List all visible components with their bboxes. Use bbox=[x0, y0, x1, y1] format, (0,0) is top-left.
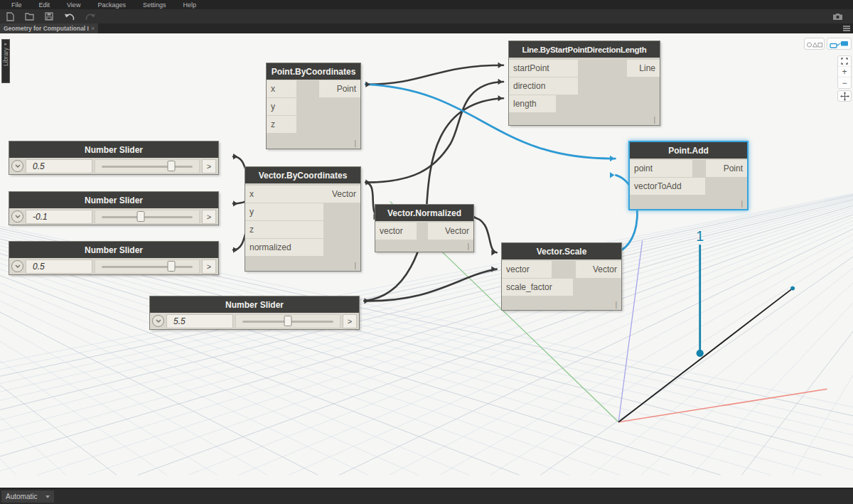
slider-handle[interactable] bbox=[167, 161, 175, 171]
node-title: Vector.ByCoordinates bbox=[245, 167, 360, 183]
node-title: Vector.Scale bbox=[502, 243, 621, 259]
node-point-bycoordinates[interactable]: Point.ByCoordinates x y z Point | bbox=[266, 63, 361, 149]
menu-item-view[interactable]: View bbox=[58, 1, 89, 9]
preview-endpoint bbox=[790, 286, 795, 291]
slider-handle[interactable] bbox=[137, 211, 145, 222]
preview-caret[interactable]: | bbox=[615, 301, 617, 309]
node-number-slider-x[interactable]: Number Slider 0.5 > bbox=[9, 141, 219, 175]
input-port-point[interactable]: point bbox=[630, 160, 692, 177]
input-port-x[interactable]: x bbox=[267, 80, 296, 97]
output-port-line[interactable]: Line bbox=[627, 60, 660, 77]
input-port-vector[interactable]: vector bbox=[502, 261, 552, 278]
save-icon[interactable] bbox=[45, 12, 53, 21]
slider-value-field[interactable]: 5.5 bbox=[166, 314, 233, 328]
node-number-slider-length[interactable]: Number Slider 5.5 > bbox=[149, 296, 360, 330]
geometry-view-button[interactable] bbox=[804, 38, 825, 50]
tab-list-icon[interactable] bbox=[843, 26, 850, 32]
wire-point-to-startpoint[interactable] bbox=[365, 65, 503, 85]
preview-caret[interactable]: | bbox=[354, 262, 356, 269]
input-port-x[interactable]: x bbox=[245, 186, 323, 203]
output-port-vector[interactable]: Vector bbox=[315, 186, 360, 203]
slider-value-field[interactable]: -0.1 bbox=[26, 210, 92, 224]
input-port-vector[interactable]: vector bbox=[375, 222, 417, 240]
output-port-point[interactable]: Point bbox=[319, 80, 360, 97]
preview-caret[interactable]: | bbox=[653, 116, 655, 124]
input-port-scale-factor[interactable]: scale_factor bbox=[502, 279, 573, 296]
new-file-icon[interactable] bbox=[6, 12, 14, 21]
wire-normalized-to-scale[interactable] bbox=[471, 217, 496, 252]
redo-icon[interactable] bbox=[85, 13, 96, 21]
node-point-add[interactable]: Point.Add point vectorToAdd Point | bbox=[628, 141, 749, 210]
input-port-z[interactable]: z bbox=[245, 221, 323, 238]
tab-label: Geometry for Computational I bbox=[4, 25, 89, 32]
fit-view-button[interactable] bbox=[838, 56, 851, 67]
graph-view-button[interactable] bbox=[827, 38, 852, 50]
preview-caret[interactable]: | bbox=[741, 200, 743, 208]
output-port-vector[interactable]: Vector bbox=[428, 222, 473, 240]
slider-value-field[interactable]: 0.5 bbox=[26, 159, 92, 173]
run-mode-dropdown[interactable]: Automatic bbox=[1, 490, 54, 503]
node-vector-normalized[interactable]: Vector.Normalized vector Vector | bbox=[375, 204, 474, 252]
zoom-controls: + − bbox=[837, 55, 852, 89]
input-port-startpoint[interactable]: startPoint bbox=[509, 60, 578, 77]
slider-groove bbox=[102, 166, 193, 168]
slider-track[interactable] bbox=[95, 210, 200, 224]
geometry-shapes-icon bbox=[806, 40, 823, 48]
output-port[interactable]: > bbox=[343, 314, 357, 328]
pan-icon bbox=[840, 92, 849, 101]
library-label: Library bbox=[2, 48, 9, 66]
workspace-tab[interactable]: Geometry for Computational I × bbox=[0, 23, 98, 33]
camera-export-icon[interactable] bbox=[832, 13, 843, 21]
output-port[interactable]: > bbox=[202, 210, 216, 224]
tab-close-icon[interactable]: × bbox=[91, 25, 95, 32]
input-port-z[interactable]: z bbox=[267, 116, 296, 133]
menu-item-file[interactable]: File bbox=[3, 1, 31, 9]
node-number-slider-y[interactable]: Number Slider -0.1 > bbox=[9, 191, 219, 225]
undo-icon[interactable] bbox=[64, 13, 75, 21]
output-port-vector[interactable]: Vector bbox=[576, 261, 621, 278]
slider-expand-button[interactable] bbox=[11, 160, 23, 172]
slider-expand-button[interactable] bbox=[11, 260, 23, 272]
preview-caret[interactable]: | bbox=[354, 139, 356, 147]
input-port-direction[interactable]: direction bbox=[509, 77, 578, 95]
node-title: Point.ByCoordinates bbox=[267, 63, 360, 80]
output-port[interactable]: > bbox=[202, 159, 216, 173]
slider-handle[interactable] bbox=[167, 261, 175, 272]
slider-track[interactable] bbox=[235, 314, 340, 328]
slider-track[interactable] bbox=[95, 159, 200, 173]
library-expand-icon[interactable]: ▸ bbox=[4, 41, 7, 46]
node-line-bystartpointdirectionlength[interactable]: Line.ByStartPointDirectionLength startPo… bbox=[508, 41, 660, 126]
slider-expand-button[interactable] bbox=[11, 210, 23, 222]
node-title: Line.ByStartPointDirectionLength bbox=[509, 41, 660, 58]
zoom-out-button[interactable]: − bbox=[838, 77, 851, 88]
menu-item-edit[interactable]: Edit bbox=[31, 1, 59, 9]
node-vector-scale[interactable]: Vector.Scale vector scale_factor Vector … bbox=[501, 242, 622, 311]
point-index-label: 1 bbox=[696, 228, 704, 244]
pan-button[interactable] bbox=[837, 90, 852, 102]
node-number-slider-z[interactable]: Number Slider 0.5 > bbox=[9, 241, 219, 275]
slider-track[interactable] bbox=[95, 259, 200, 274]
input-port-y[interactable]: y bbox=[245, 203, 323, 220]
output-port[interactable]: > bbox=[202, 259, 216, 274]
menu-item-settings[interactable]: Settings bbox=[134, 1, 175, 9]
node-title: Number Slider bbox=[150, 296, 359, 313]
slider-handle[interactable] bbox=[284, 316, 292, 326]
menu-item-packages[interactable]: Packages bbox=[89, 1, 134, 9]
library-panel-collapsed[interactable]: ▸ Library bbox=[1, 39, 10, 83]
status-bar: Automatic bbox=[0, 488, 853, 504]
menu-item-help[interactable]: Help bbox=[174, 1, 205, 9]
preview-point bbox=[697, 350, 704, 357]
output-port-point[interactable]: Point bbox=[706, 160, 747, 177]
input-port-normalized[interactable]: normalized bbox=[245, 239, 323, 256]
input-port-vectortoadd[interactable]: vectorToAdd bbox=[630, 178, 705, 195]
zoom-in-button[interactable]: + bbox=[838, 67, 851, 77]
slider-value-field[interactable]: 0.5 bbox=[26, 259, 92, 274]
node-title: Point.Add bbox=[630, 142, 747, 159]
open-file-icon[interactable] bbox=[25, 12, 34, 21]
slider-expand-button[interactable] bbox=[152, 315, 164, 327]
node-vector-bycoordinates[interactable]: Vector.ByCoordinates x y z normalized Ve… bbox=[245, 166, 361, 272]
tab-strip: Geometry for Computational I × bbox=[0, 23, 853, 33]
input-port-length[interactable]: length bbox=[509, 95, 556, 112]
preview-caret[interactable]: | bbox=[467, 242, 469, 250]
input-port-y[interactable]: y bbox=[267, 98, 296, 115]
